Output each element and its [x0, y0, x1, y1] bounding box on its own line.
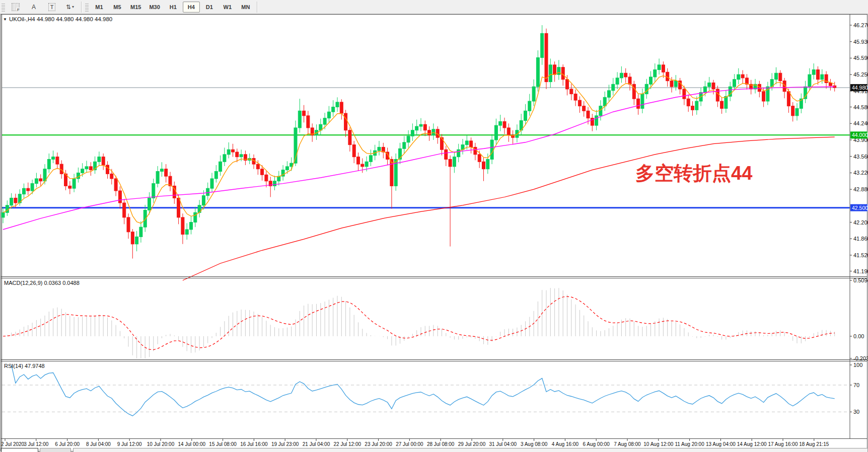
date-label: 23 Jul 20:00	[365, 441, 392, 447]
candle-body	[507, 128, 510, 135]
candle-body	[561, 67, 564, 80]
candle-body	[160, 169, 163, 172]
candle-body	[277, 176, 280, 181]
candle-body	[632, 84, 635, 99]
macd-tick-label: 0.00	[853, 333, 864, 339]
date-label: 14 Jul 00:00	[178, 441, 206, 447]
candle-body	[14, 198, 17, 203]
candle-body	[733, 80, 736, 87]
candle-body	[570, 89, 573, 94]
date-label: 19 Jul 23:00	[271, 441, 299, 447]
timeframe-button-h4[interactable]: H4	[183, 2, 200, 13]
candle-body	[214, 172, 218, 179]
date-label: 2 Jul 2020	[1, 441, 25, 447]
dropdown-caret-icon[interactable]: ▾	[72, 5, 74, 9]
candle-body	[152, 184, 155, 198]
candle-body	[524, 111, 527, 120]
candle-body	[549, 65, 552, 82]
candle-body	[60, 164, 63, 174]
arrow-tool-icon[interactable]: A	[25, 2, 42, 13]
candle-body	[687, 99, 690, 106]
candle-body	[737, 74, 740, 80]
candle-body	[557, 67, 560, 74]
price-tick-label: 45.590	[853, 55, 868, 61]
candle-body	[637, 99, 640, 108]
candle-body	[762, 92, 765, 101]
candle-body	[595, 116, 598, 125]
candle-body	[361, 164, 364, 167]
candle-body	[415, 126, 418, 130]
candle-body	[662, 65, 665, 72]
candle-body	[273, 181, 276, 186]
text-tool-icon[interactable]: T	[43, 2, 60, 13]
candle-body	[118, 191, 121, 203]
candle-body	[89, 167, 92, 170]
date-label: 31 Jul 04:00	[489, 441, 517, 447]
date-label: 11 Aug 20:00	[675, 441, 704, 447]
candle[interactable]	[394, 154, 397, 191]
candle-body	[720, 101, 724, 108]
candle-body	[240, 155, 243, 157]
candle-body	[98, 157, 101, 162]
date-label: 4 Aug 16:00	[552, 441, 579, 447]
candle-body	[474, 147, 477, 154]
candle-body	[486, 159, 489, 169]
candle-body	[227, 149, 230, 155]
timeframe-button-w1[interactable]: W1	[219, 2, 236, 13]
cycle-arrows-icon[interactable]: ⇅ ▾	[61, 2, 79, 13]
annotation-text[interactable]: 多空转折点44	[635, 163, 752, 184]
candle-body	[703, 87, 706, 93]
toolbar-drag-grip[interactable]	[2, 3, 5, 12]
candle-body	[553, 65, 556, 74]
candle[interactable]	[545, 29, 548, 89]
candle-body	[323, 118, 326, 125]
candle-body	[6, 205, 9, 212]
candle-body	[56, 157, 59, 164]
timeframe-button-m5[interactable]: M5	[109, 2, 126, 13]
date-label: 9 Jul 12:00	[117, 441, 142, 447]
price-tick-label: 45.250	[853, 71, 868, 78]
candle-body	[624, 73, 627, 77]
toolbar-separator-2	[257, 2, 257, 13]
candle-body	[23, 188, 26, 194]
timeframe-button-mn[interactable]: MN	[237, 2, 254, 13]
candle-body	[357, 157, 360, 164]
price-tick-label: 42.200	[853, 219, 868, 225]
candle-body	[708, 83, 711, 87]
timeframe-button-m15[interactable]: M15	[127, 2, 144, 13]
timeframe-button-d1[interactable]: D1	[201, 2, 218, 13]
date-label: 13 Aug 04:00	[706, 441, 736, 447]
blue-support-line-badge: 42.500	[850, 204, 868, 211]
candle-body	[123, 203, 126, 217]
timeframe-button-h1[interactable]: H1	[165, 2, 182, 13]
timeframe-button-m30[interactable]: M30	[146, 2, 163, 13]
chart-tab-active[interactable]	[1, 448, 38, 452]
candle-body	[478, 155, 481, 162]
candle-body	[52, 157, 55, 160]
candle-body	[808, 74, 811, 87]
candle-body	[683, 89, 686, 99]
candle-body	[545, 33, 548, 82]
chart-shift-grid-icon[interactable]: F	[7, 2, 24, 13]
collapse-triangle-icon[interactable]: ▼	[3, 17, 7, 22]
candle-body	[210, 179, 213, 188]
chart-canvas[interactable]: 多空转折点4446.27045.93045.59045.25044.91044.…	[0, 0, 868, 452]
candle-body	[206, 188, 209, 195]
candle-body	[829, 83, 832, 86]
candle-body	[403, 142, 406, 149]
chart-tab[interactable]	[40, 448, 71, 452]
price-badge-label: 44.000	[852, 132, 868, 138]
candle-body	[658, 65, 661, 70]
date-label: 18 Aug 21:15	[799, 441, 829, 447]
price-tick-label: 44.240	[853, 120, 868, 126]
candle-body	[68, 186, 71, 188]
candle-body	[352, 145, 355, 157]
date-label: 3 Aug 08:00	[521, 441, 548, 447]
toolbar: F A T ⇅ ▾ M1 M5 M15 M30 H1 H4 D1 W1 MN	[0, 0, 868, 14]
candle-body	[541, 33, 544, 57]
candle-body	[327, 112, 330, 118]
candle-body	[419, 124, 422, 126]
timeframe-button-m1[interactable]: M1	[91, 2, 108, 13]
candle-body	[494, 125, 497, 140]
timeframe-drag-grip[interactable]	[85, 3, 89, 12]
